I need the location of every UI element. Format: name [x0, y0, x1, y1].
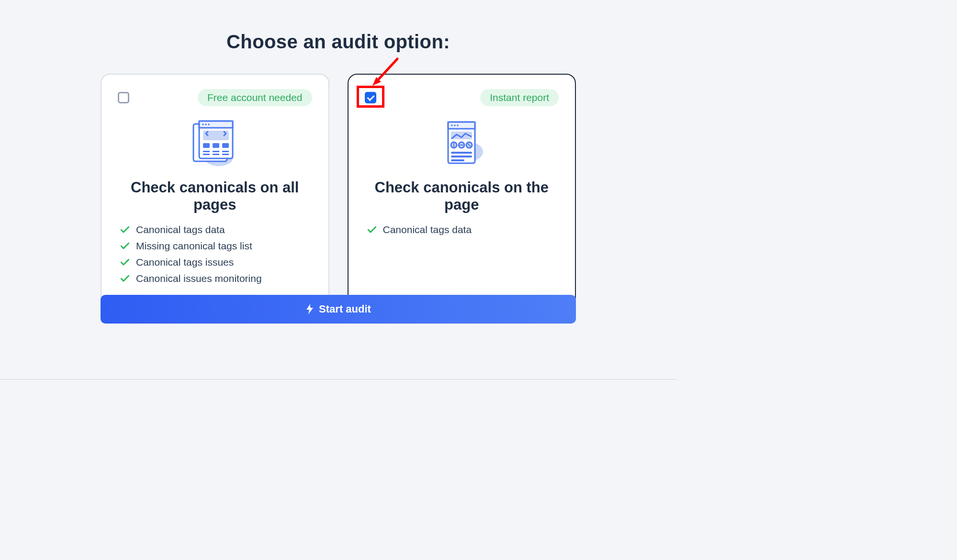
svg-point-5: [205, 123, 207, 125]
svg-point-20: [451, 124, 453, 126]
pages-stack-icon: [118, 118, 312, 170]
start-audit-button[interactable]: Start audit: [101, 295, 576, 324]
svg-rect-14: [203, 154, 210, 155]
svg-rect-16: [222, 154, 229, 155]
feature-text: Canonical tags data: [136, 224, 225, 235]
feature-item: Missing canonical tags list: [118, 240, 312, 252]
svg-rect-31: [451, 156, 472, 157]
checkbox-all-pages[interactable]: [118, 92, 129, 103]
single-page-icon: [365, 118, 559, 170]
check-icon: [121, 259, 129, 266]
svg-rect-15: [213, 154, 219, 155]
check-icon: [368, 226, 376, 233]
feature-text: Missing canonical tags list: [136, 240, 252, 252]
card-header: Free account needed: [118, 89, 312, 106]
feature-text: Canonical issues monitoring: [136, 273, 262, 284]
svg-rect-10: [222, 143, 229, 148]
svg-point-4: [202, 123, 204, 125]
svg-rect-3: [199, 121, 233, 128]
start-audit-label: Start audit: [319, 303, 371, 315]
feature-text: Canonical tags data: [383, 224, 472, 235]
feature-item: Canonical tags data: [118, 224, 312, 235]
page-title: Choose an audit option:: [0, 31, 676, 53]
svg-rect-32: [451, 159, 464, 161]
svg-point-21: [454, 124, 456, 126]
svg-rect-8: [203, 143, 210, 148]
svg-rect-12: [213, 151, 219, 152]
feature-item: Canonical tags issues: [118, 257, 312, 268]
card-title: Check canonicals on the page: [365, 179, 559, 213]
svg-rect-11: [203, 151, 210, 152]
option-cards: Free account needed: [101, 74, 576, 306]
check-icon: [121, 275, 129, 282]
svg-rect-30: [451, 152, 472, 154]
option-card-all-pages[interactable]: Free account needed: [101, 74, 329, 306]
feature-text: Canonical tags issues: [136, 257, 234, 268]
badge-instant-report: Instant report: [480, 89, 559, 106]
audit-option-panel: Choose an audit option: Free account nee…: [0, 0, 676, 380]
option-card-single-page[interactable]: Instant report: [348, 74, 576, 306]
svg-point-6: [208, 123, 210, 125]
badge-free-account: Free account needed: [198, 89, 312, 106]
card-title: Check canonicals on all pages: [118, 179, 312, 213]
checkbox-single-page[interactable]: [365, 92, 376, 103]
features-list: Canonical tags data Missing canonical ta…: [118, 224, 312, 284]
features-list: Canonical tags data: [365, 224, 559, 235]
svg-rect-13: [222, 151, 229, 152]
svg-point-22: [457, 124, 459, 126]
check-icon: [121, 226, 129, 233]
feature-item: Canonical tags data: [365, 224, 559, 235]
card-header: Instant report: [365, 89, 559, 106]
feature-item: Canonical issues monitoring: [118, 273, 312, 284]
bolt-icon: [305, 304, 314, 314]
svg-rect-9: [213, 143, 219, 148]
check-icon: [121, 243, 129, 249]
